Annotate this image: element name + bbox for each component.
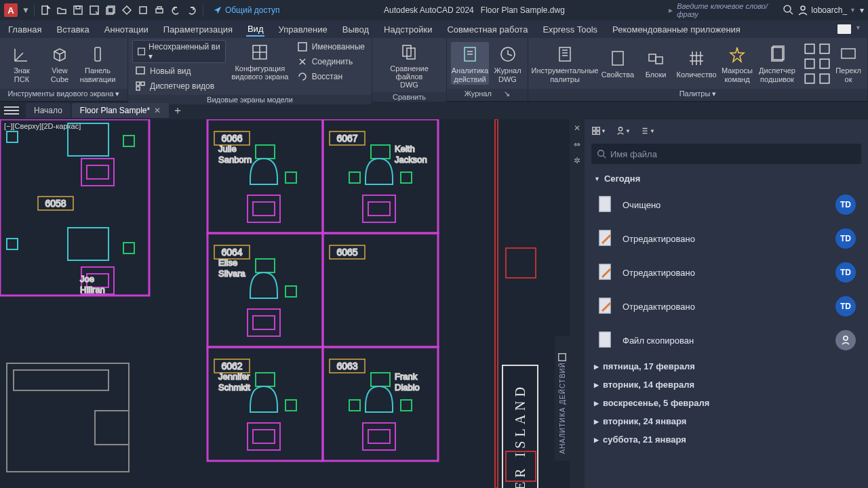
svg-rect-25	[649, 54, 656, 61]
new-view-button[interactable]: Новый вид	[132, 64, 226, 78]
svg-rect-8	[157, 7, 161, 9]
publish-icon[interactable]	[121, 4, 133, 16]
tab-floorplan[interactable]: Floor Plan Sample*✕	[72, 103, 169, 118]
dwg-history-button[interactable]: Журнал DWG	[492, 42, 524, 84]
svg-rect-30	[805, 59, 814, 68]
palette-icon[interactable]	[818, 43, 831, 55]
panel-controls: ✕ ⇔ ✲	[570, 119, 585, 488]
menu-надстройки[interactable]: Надстройки	[382, 23, 433, 36]
restore-viewport-button[interactable]: Восстан	[294, 70, 368, 83]
share-button[interactable]: Общий доступ	[213, 5, 280, 15]
svg-rect-52	[14, 370, 108, 390]
svg-rect-1	[74, 6, 82, 14]
svg-rect-29	[805, 44, 814, 54]
properties-button[interactable]: Свойства	[600, 46, 635, 80]
activity-panel: АНАЛИТИКА ДЕЙСТВИЙ ✕ ⇔ ✲ ▼ ▼ ▼ Имя файла…	[570, 119, 868, 488]
viewport-config-button[interactable]: Конфигурация видового экрана	[230, 40, 290, 82]
panel-caption[interactable]: Журнал ↘	[447, 89, 528, 101]
menu-главная[interactable]: Главная	[7, 23, 43, 36]
panel-icon[interactable]	[557, 352, 567, 362]
palette-icon[interactable]	[804, 73, 816, 85]
panel-search[interactable]: Имя файла	[591, 144, 861, 164]
activity-item[interactable]: ОтредактированоTD	[587, 222, 865, 256]
svg-rect-67	[401, 172, 412, 183]
menu-параметризация[interactable]: Параметризация	[162, 23, 234, 36]
new-icon[interactable]	[39, 4, 52, 16]
search-input[interactable]: Введите ключевое слово/фразу	[677, 2, 778, 18]
menu-управление[interactable]: Управление	[277, 23, 328, 36]
pin-icon[interactable]: ⇔	[572, 140, 582, 149]
palette-icon[interactable]	[804, 58, 816, 70]
tab-start[interactable]: Начало	[26, 103, 71, 118]
svg-rect-70	[368, 202, 390, 216]
view-manager-button[interactable]: Диспетчер видов	[132, 79, 226, 93]
help-icon[interactable]: ▾	[860, 5, 864, 15]
activity-item[interactable]: ОтредактированоTD	[587, 256, 865, 289]
palette-icon[interactable]	[818, 58, 831, 70]
menu-совместная работа[interactable]: Совместная работа	[446, 23, 529, 36]
svg-rect-58	[285, 172, 296, 183]
redo-icon[interactable]	[186, 4, 198, 16]
menu-вывод[interactable]: Вывод	[341, 23, 370, 36]
app-logo[interactable]: A	[4, 3, 18, 17]
menu-рекомендованные приложения[interactable]: Рекомендованные приложения	[611, 23, 742, 36]
view-dropdown[interactable]: Несохраненный ви ▾	[132, 40, 226, 63]
named-viewports-button[interactable]: Именованные	[294, 40, 368, 54]
toggle-windows-button[interactable]: Перекл ок	[833, 42, 863, 84]
saveas-icon[interactable]	[88, 4, 100, 16]
svg-point-113	[598, 150, 604, 157]
viewcube-button[interactable]: View Cube	[42, 42, 77, 84]
menu-вставка[interactable]: Вставка	[55, 23, 90, 36]
menu-вид[interactable]: Вид	[246, 22, 265, 37]
ucs-icon-button[interactable]: Знак ПСК	[4, 42, 39, 84]
print-icon[interactable]	[153, 4, 165, 16]
app-menu-dropdown[interactable]: ▼	[22, 5, 30, 15]
save-icon[interactable]	[72, 4, 84, 16]
add-tab-button[interactable]: ＋	[170, 103, 185, 118]
dwg-compare-button[interactable]: Сравнение файлов DWG	[376, 40, 442, 90]
menubar-extras[interactable]: ▼	[837, 24, 861, 34]
user-filter-icon[interactable]: ▼	[616, 123, 631, 138]
undo-icon[interactable]	[170, 4, 182, 16]
activity-item[interactable]: ОчищеноTD	[587, 188, 865, 222]
saveall-icon[interactable]	[104, 4, 117, 16]
count-button[interactable]: Количество	[676, 46, 717, 80]
section-date[interactable]: ▶вторник, 24 января	[587, 412, 865, 430]
section-date[interactable]: ▶вторник, 14 февраля	[587, 375, 865, 394]
search-icon[interactable]	[783, 4, 793, 17]
svg-text:6066: 6066	[221, 133, 242, 144]
svg-rect-26	[656, 57, 663, 64]
grid-view-icon[interactable]: ▼	[591, 123, 606, 138]
join-viewports-button[interactable]: Соединить	[294, 55, 368, 68]
hamburger-menu[interactable]	[4, 106, 19, 115]
activity-insights-button[interactable]: Аналитика действий	[451, 42, 489, 84]
tool-palettes-button[interactable]: Инструментальные палитры	[532, 42, 597, 84]
window-title: Autodesk AutoCAD 2024 Floor Plan Sample.…	[280, 5, 669, 15]
settings-icon[interactable]: ✲	[572, 156, 582, 165]
plot-icon[interactable]	[137, 4, 149, 16]
section-today[interactable]: ▼Сегодня	[587, 169, 865, 188]
panel-caption[interactable]: Инструменты видового экрана ▾	[0, 89, 127, 101]
close-icon[interactable]: ✕	[154, 106, 161, 115]
nav-bar-button[interactable]: Панель навигации	[80, 42, 115, 84]
activity-item[interactable]: ОтредактированоTD	[587, 289, 865, 323]
list-view-icon[interactable]: ▼	[640, 123, 655, 138]
section-date[interactable]: ▶воскресенье, 5 февраля	[587, 394, 865, 412]
panel-title-strip: АНАЛИТИКА ДЕЙСТВИЙ	[555, 336, 570, 461]
open-icon[interactable]	[56, 4, 68, 16]
user-menu[interactable]: loboarch_ ▼	[797, 5, 856, 16]
panel-caption[interactable]: Палитры ▾	[528, 89, 867, 101]
svg-rect-34	[820, 74, 829, 83]
blocks-button[interactable]: Блоки	[638, 46, 673, 80]
close-icon[interactable]: ✕	[572, 123, 582, 133]
section-date[interactable]: ▶суббота, 21 января	[587, 430, 865, 449]
palette-icon[interactable]	[818, 73, 831, 85]
macros-button[interactable]: Макросы команд	[719, 42, 755, 84]
section-date[interactable]: ▶пятница, 17 февраля	[587, 357, 865, 375]
activity-item[interactable]: Файл скопирован	[587, 323, 865, 357]
palette-icon[interactable]	[804, 43, 816, 55]
svg-rect-37	[68, 123, 108, 156]
menu-express tools[interactable]: Express Tools	[541, 23, 599, 36]
menu-аннотации[interactable]: Аннотации	[103, 23, 150, 36]
sheet-set-manager-button[interactable]: Диспетчер подшивок	[757, 42, 797, 84]
